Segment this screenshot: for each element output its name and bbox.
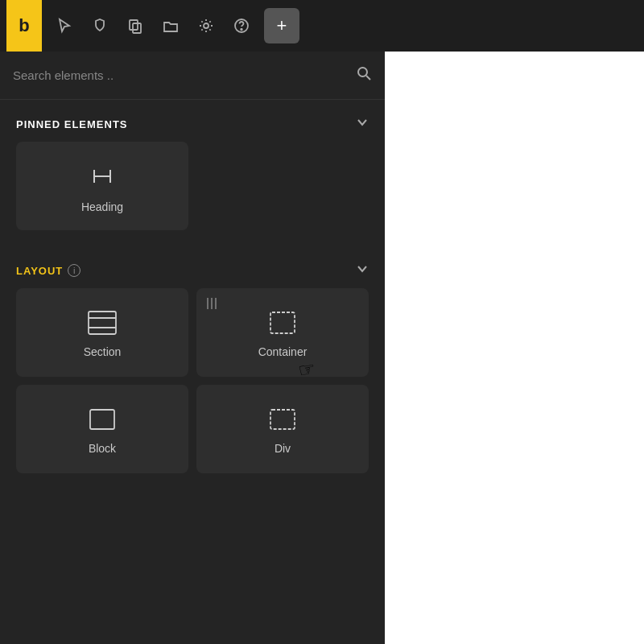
add-button[interactable]: +: [264, 8, 299, 43]
container-icon: [267, 310, 298, 336]
search-icon[interactable]: [356, 65, 372, 85]
pinned-elements-title: PINNED ELEMENTS: [16, 118, 128, 130]
svg-rect-17: [90, 410, 114, 429]
heading-label: Heading: [81, 200, 123, 213]
shield-tool-button[interactable]: [84, 10, 116, 42]
section-icon: [87, 310, 118, 336]
pinned-elements-grid: Heading: [0, 142, 385, 246]
cursor-tool-button[interactable]: [48, 10, 80, 42]
element-card-div[interactable]: Div: [196, 385, 369, 473]
svg-rect-1: [133, 23, 141, 33]
canvas-area: [385, 52, 644, 644]
svg-line-6: [366, 76, 370, 80]
pinned-elements-header: PINNED ELEMENTS: [0, 100, 385, 142]
layout-elements-grid: Section Container: [0, 288, 385, 489]
layout-chevron[interactable]: [356, 262, 369, 279]
element-card-section[interactable]: Section: [16, 288, 188, 377]
svg-point-2: [204, 23, 208, 28]
settings-tool-button[interactable]: [190, 10, 222, 42]
folder-tool-button[interactable]: [155, 10, 187, 42]
container-columns-icon: [204, 296, 219, 314]
block-icon: [87, 407, 118, 432]
help-tool-button[interactable]: [225, 10, 258, 42]
search-bar: [0, 52, 385, 100]
element-card-block[interactable]: Block: [16, 385, 188, 473]
layout-info-icon[interactable]: i: [68, 264, 80, 277]
div-icon: [267, 407, 298, 432]
svg-rect-18: [270, 410, 295, 429]
element-card-heading[interactable]: Heading: [16, 142, 188, 230]
layout-section-header: LAYOUT i: [0, 246, 385, 288]
svg-point-5: [358, 68, 367, 76]
layout-title-group: LAYOUT i: [16, 264, 80, 277]
layers-tool-button[interactable]: [119, 10, 151, 42]
container-label: Container: [258, 345, 308, 358]
logo[interactable]: b: [6, 0, 42, 52]
svg-point-4: [241, 29, 242, 31]
search-input[interactable]: [13, 68, 356, 82]
svg-rect-16: [270, 312, 295, 333]
toolbar: b +: [0, 0, 644, 52]
div-label: Div: [275, 442, 291, 455]
layout-title: LAYOUT: [16, 265, 63, 277]
svg-rect-10: [89, 312, 116, 334]
svg-rect-0: [130, 20, 138, 30]
pinned-elements-chevron[interactable]: [356, 116, 369, 132]
block-label: Block: [89, 442, 116, 455]
section-label: Section: [84, 345, 122, 358]
element-card-container[interactable]: Container: [196, 288, 369, 377]
heading-icon: [88, 162, 117, 191]
left-panel: PINNED ELEMENTS Heading LAYOUT i: [0, 52, 385, 644]
